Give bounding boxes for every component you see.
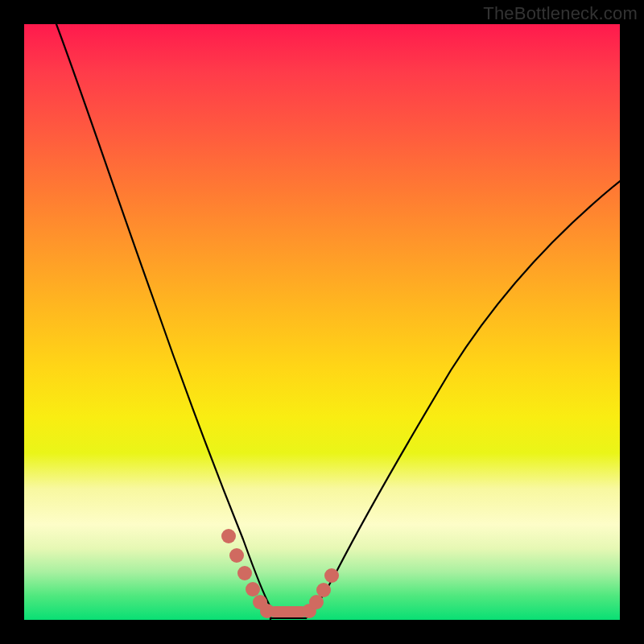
plot-area <box>24 24 620 620</box>
curve-layer <box>24 24 620 620</box>
marker-dot <box>309 595 324 609</box>
marker-base <box>269 606 308 617</box>
marker-dot <box>246 582 260 597</box>
watermark-text: TheBottleneck.com <box>483 3 638 24</box>
marker-group <box>221 529 339 618</box>
marker-dot <box>221 529 236 543</box>
marker-dot <box>324 568 339 583</box>
chart-container: { "watermark": "TheBottleneck.com", "col… <box>0 0 644 644</box>
left-branch-curve <box>56 24 270 620</box>
marker-dot <box>237 566 252 580</box>
right-branch-curve <box>306 181 620 618</box>
marker-dot <box>316 583 331 597</box>
marker-dot <box>229 548 244 563</box>
